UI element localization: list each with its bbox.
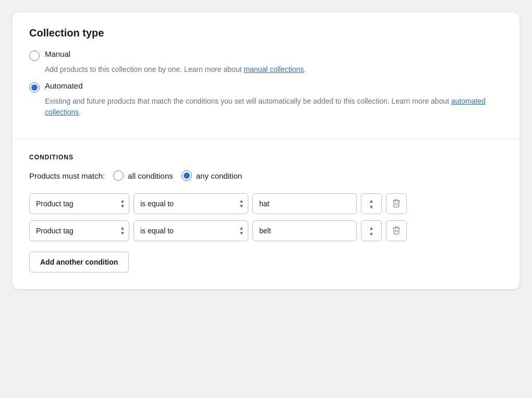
stepper-1[interactable]: ▲ ▼ <box>361 193 382 214</box>
match-row: Products must match: all conditions any … <box>29 170 503 181</box>
delete-condition-1-button[interactable] <box>386 193 407 214</box>
any-condition-radio[interactable] <box>182 170 192 181</box>
automated-desc-text: Existing and future products that match … <box>45 97 451 105</box>
manual-description: Add products to this collection one by o… <box>45 64 503 75</box>
collection-type-card: Collection type Manual Add products to t… <box>13 13 519 289</box>
manual-desc-after: . <box>304 65 306 73</box>
automated-description: Existing and future products that match … <box>45 96 503 118</box>
manual-radio-row: Manual <box>29 49 503 61</box>
all-conditions-option[interactable]: all conditions <box>113 170 173 181</box>
field-select-1[interactable]: Product tag Product title Product type P… <box>29 193 129 214</box>
condition-row-2: Product tag Product title Product type P… <box>29 220 503 241</box>
trash-icon-1 <box>392 198 401 209</box>
add-condition-button[interactable]: Add another condition <box>29 252 129 272</box>
down-arrow-icon-2: ▼ <box>369 231 374 237</box>
section-bottom: CONDITIONS Products must match: all cond… <box>13 139 519 289</box>
value-input-2[interactable] <box>252 220 357 241</box>
trash-icon-2 <box>392 226 401 237</box>
all-conditions-label: all conditions <box>128 171 173 180</box>
up-arrow-icon: ▲ <box>369 198 374 204</box>
any-condition-option[interactable]: any condition <box>182 170 242 181</box>
section-top: Collection type Manual Add products to t… <box>13 13 519 139</box>
manual-radio[interactable] <box>29 51 40 61</box>
automated-radio-row: Automated <box>29 81 503 93</box>
manual-label[interactable]: Manual <box>45 49 70 58</box>
operator-select-wrapper-2: is equal to is not equal to contains doe… <box>134 220 248 241</box>
operator-select-2[interactable]: is equal to is not equal to contains doe… <box>134 220 248 241</box>
conditions-label: CONDITIONS <box>29 154 503 161</box>
field-select-2[interactable]: Product tag Product title Product type P… <box>29 220 129 241</box>
any-condition-label: any condition <box>196 171 242 180</box>
operator-select-wrapper-1: is equal to is not equal to contains doe… <box>134 193 248 214</box>
condition-row-1: Product tag Product title Product type P… <box>29 193 503 214</box>
section-title: Collection type <box>29 27 503 39</box>
stepper-2[interactable]: ▲ ▼ <box>361 220 382 241</box>
match-text: Products must match: <box>29 171 105 180</box>
manual-desc-text: Add products to this collection one by o… <box>45 65 244 73</box>
field-select-wrapper-1: Product tag Product title Product type P… <box>29 193 129 214</box>
operator-select-1[interactable]: is equal to is not equal to contains doe… <box>134 193 248 214</box>
automated-desc-after: . <box>79 108 81 116</box>
field-select-wrapper-2: Product tag Product title Product type P… <box>29 220 129 241</box>
all-conditions-radio[interactable] <box>113 170 124 181</box>
delete-condition-2-button[interactable] <box>386 220 407 241</box>
automated-label[interactable]: Automated <box>45 81 83 90</box>
manual-collections-link[interactable]: manual collections <box>244 65 304 73</box>
up-arrow-icon-2: ▲ <box>369 225 374 231</box>
automated-radio[interactable] <box>29 82 40 93</box>
value-input-1[interactable] <box>252 193 357 214</box>
down-arrow-icon: ▼ <box>369 204 374 210</box>
